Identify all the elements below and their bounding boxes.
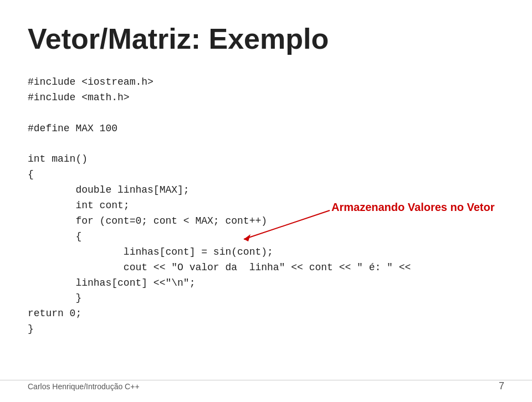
code-wrapper: #include <iostream.h> #include <math.h> … bbox=[28, 75, 504, 337]
code-line-12: linhas[cont] = sin(cont); bbox=[28, 246, 273, 257]
code-line-2: #include <math.h> bbox=[28, 92, 130, 103]
slide-footer: Carlos Henrique/Introdução C++ 7 bbox=[0, 380, 532, 392]
slide-title: Vetor/Matriz: Exemplo bbox=[28, 22, 504, 55]
footer-author: Carlos Henrique/Introdução C++ bbox=[28, 382, 140, 391]
code-line-9: int cont; bbox=[28, 200, 130, 211]
code-line-11: { bbox=[28, 231, 81, 242]
annotation-label: Armazenando Valores no Vetor bbox=[331, 201, 495, 214]
annotation-text: Armazenando Valores no Vetor bbox=[331, 201, 495, 213]
code-line-6: int main() bbox=[28, 153, 88, 164]
code-line-10: for (cont=0; cont < MAX; cont++) bbox=[28, 215, 267, 226]
code-line-7: { bbox=[28, 169, 34, 180]
code-line-17: } bbox=[28, 323, 34, 334]
code-line-4: #define MAX 100 bbox=[28, 123, 117, 134]
footer-page-number: 7 bbox=[499, 380, 504, 392]
code-line-13: cout << "O valor da linha" << cont << " … bbox=[28, 262, 411, 273]
code-line-16: return 0; bbox=[28, 308, 81, 319]
code-line-15: } bbox=[28, 292, 81, 303]
code-line-1: #include <iostream.h> bbox=[28, 76, 154, 87]
slide-container: Vetor/Matriz: Exemplo #include <iostream… bbox=[0, 0, 532, 402]
code-line-8: double linhas[MAX]; bbox=[28, 184, 190, 195]
code-line-14: linhas[cont] <<"\n"; bbox=[28, 277, 195, 288]
